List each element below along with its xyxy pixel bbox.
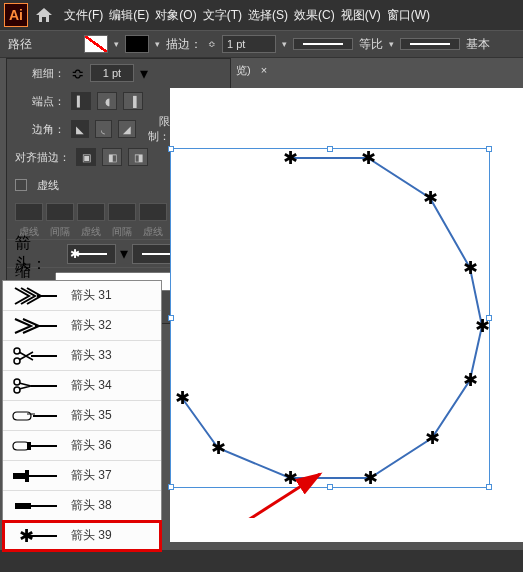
stroke-weight-stepper[interactable]: ≎ [208, 39, 216, 49]
menu-select[interactable]: 选择(S) [248, 7, 288, 24]
cap-butt-button[interactable]: ▍ [71, 92, 91, 110]
arrowhead-preview-icon: ✱ [3, 521, 65, 551]
cap-projecting-button[interactable]: ▐ [123, 92, 143, 110]
menu-edit[interactable]: 编辑(E) [109, 7, 149, 24]
svg-rect-15 [15, 503, 31, 509]
arrowhead-option-label: 箭头 33 [71, 347, 112, 364]
asterisk-anchor-icon[interactable]: ✱ [363, 467, 378, 489]
arrowhead-option[interactable]: 箭头 37 [3, 461, 161, 491]
home-icon[interactable] [36, 8, 52, 22]
arrowhead-option[interactable]: 箭头 34 [3, 371, 161, 401]
dash-col-label: 间隔 [108, 225, 136, 239]
menu-effect[interactable]: 效果(C) [294, 7, 335, 24]
asterisk-anchor-icon[interactable]: ✱ [463, 369, 478, 391]
arrowhead-option-label: 箭头 37 [71, 467, 112, 484]
arrowhead-dropdown-menu: 箭头 31箭头 32箭头 33箭头 34箭头 35箭头 36箭头 37箭头 38… [2, 280, 162, 552]
svg-point-3 [14, 348, 20, 354]
arrowhead-preview-icon [3, 311, 65, 341]
arrowhead-preview-icon [3, 401, 65, 431]
canvas[interactable]: ✱✱✱✱✱✱✱✱✱✱✱ [170, 88, 523, 542]
svg-rect-12 [13, 473, 27, 479]
brush-select[interactable] [400, 38, 460, 50]
tab-close-icon[interactable]: × [261, 64, 267, 76]
svg-point-6 [14, 379, 20, 385]
arrowhead-start-dropdown-icon[interactable]: ▾ [120, 244, 128, 263]
asterisk-anchor-icon[interactable]: ✱ [361, 147, 376, 169]
fill-dropdown-icon[interactable]: ▾ [114, 39, 119, 49]
fill-swatch[interactable] [84, 35, 108, 53]
limit-label: 限制： [142, 114, 170, 144]
selected-path[interactable]: ✱✱✱✱✱✱✱✱✱✱✱ [170, 148, 490, 488]
arrowhead-option[interactable]: 箭头 32 [3, 311, 161, 341]
arrowhead-preview-icon [3, 431, 65, 461]
arrowhead-preview-icon [3, 461, 65, 491]
menu-view[interactable]: 视图(V) [341, 7, 381, 24]
menu-object[interactable]: 对象(O) [155, 7, 196, 24]
cap-round-button[interactable]: ◖ [97, 92, 117, 110]
weight-input[interactable] [90, 64, 134, 82]
arrowhead-option-label: 箭头 34 [71, 377, 112, 394]
stroke-dropdown-icon[interactable]: ▾ [155, 39, 160, 49]
width-profile-select[interactable] [293, 38, 353, 50]
asterisk-anchor-icon[interactable]: ✱ [463, 257, 478, 279]
arrowhead-option[interactable]: 箭头 38 [3, 491, 161, 521]
dash-input-1[interactable] [15, 203, 43, 221]
scale-dropdown-icon[interactable]: ▾ [389, 39, 394, 49]
stroke-weight-input[interactable] [222, 35, 276, 53]
align-stroke-label: 对齐描边： [15, 150, 70, 165]
menu-type[interactable]: 文字(T) [203, 7, 242, 24]
corner-round-button[interactable]: ◟ [95, 120, 113, 138]
arrowhead-preview-icon [3, 281, 65, 311]
dashed-line-label: 虚线 [37, 178, 67, 193]
svg-line-0 [220, 474, 320, 518]
stroke-weight-dropdown-icon[interactable]: ▾ [282, 39, 287, 49]
arrowhead-start-select[interactable]: ✱ [67, 244, 117, 264]
asterisk-icon: ✱ [70, 247, 80, 261]
weight-stepper[interactable]: ≎ [71, 64, 84, 83]
weight-label: 粗细： [15, 66, 65, 81]
arrowhead-option[interactable]: 箭头 33 [3, 341, 161, 371]
dash-col-label: 虚线 [77, 225, 105, 239]
asterisk-anchor-icon[interactable]: ✱ [425, 427, 440, 449]
align-center-button[interactable]: ▣ [76, 148, 96, 166]
asterisk-anchor-icon[interactable]: ✱ [423, 187, 438, 209]
corner-bevel-button[interactable]: ◢ [118, 120, 136, 138]
asterisk-anchor-icon[interactable]: ✱ [475, 315, 490, 337]
align-inside-button[interactable]: ◧ [102, 148, 122, 166]
asterisk-anchor-icon[interactable]: ✱ [211, 437, 226, 459]
arrowhead-option-label: 箭头 31 [71, 287, 112, 304]
scale-label: 等比 [359, 36, 383, 53]
gap-input-2[interactable] [108, 203, 136, 221]
document-tab-bar: 览) × [230, 58, 267, 82]
svg-rect-10 [27, 442, 31, 450]
arrowhead-option-label: 箭头 35 [71, 407, 112, 424]
svg-point-7 [14, 387, 20, 393]
stroke-swatch[interactable] [125, 35, 149, 53]
top-app-bar: Ai 文件(F) 编辑(E) 对象(O) 文字(T) 选择(S) 效果(C) 视… [0, 0, 523, 30]
asterisk-anchor-icon[interactable]: ✱ [283, 147, 298, 169]
align-outside-button[interactable]: ◨ [128, 148, 148, 166]
weight-dropdown-icon[interactable]: ▾ [140, 64, 148, 83]
arrowhead-option-label: 箭头 32 [71, 317, 112, 334]
arrowhead-preview-icon [3, 371, 65, 401]
dashed-line-checkbox[interactable] [15, 179, 27, 191]
corner-label: 边角： [15, 122, 65, 137]
basic-label: 基本 [466, 36, 490, 53]
menu-file[interactable]: 文件(F) [64, 7, 103, 24]
arrowhead-preview-icon [3, 341, 65, 371]
corner-miter-button[interactable]: ◣ [71, 120, 89, 138]
arrowhead-option[interactable]: ✱箭头 39 [3, 521, 161, 551]
control-bar: 路径 ▾ ▾ 描边： ≎ ▾ 等比 ▾ 基本 [0, 30, 523, 58]
svg-rect-13 [25, 470, 29, 482]
document-tab[interactable]: 览) [230, 63, 257, 78]
asterisk-anchor-icon[interactable]: ✱ [175, 387, 190, 409]
app-logo: Ai [4, 3, 28, 27]
dash-input-2[interactable] [77, 203, 105, 221]
gap-input-1[interactable] [46, 203, 74, 221]
arrowhead-option[interactable]: 箭头 31 [3, 281, 161, 311]
arrowhead-option[interactable]: 箭头 35 [3, 401, 161, 431]
arrowhead-option[interactable]: 箭头 36 [3, 431, 161, 461]
dash-input-3[interactable] [139, 203, 167, 221]
stroke-label: 描边： [166, 36, 202, 53]
menu-window[interactable]: 窗口(W) [387, 7, 430, 24]
